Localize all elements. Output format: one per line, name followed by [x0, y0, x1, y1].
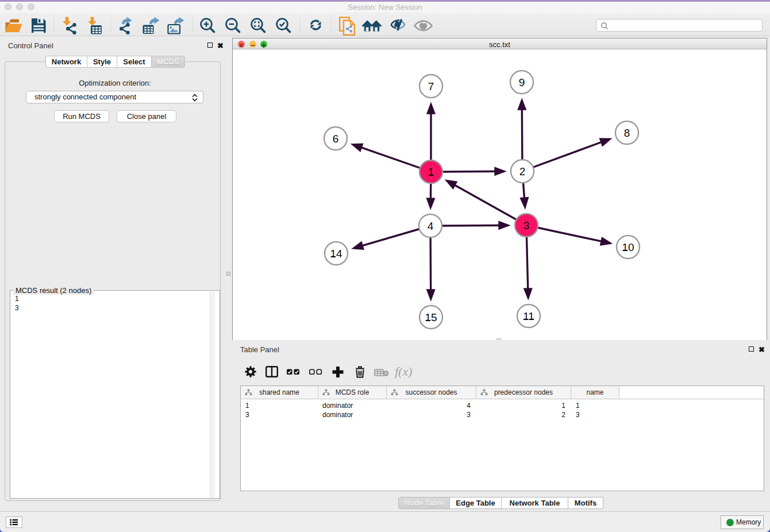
svg-text:3: 3	[523, 219, 530, 232]
svg-text:8: 8	[624, 127, 630, 139]
svg-text:6: 6	[333, 133, 339, 145]
svg-text:2: 2	[519, 165, 526, 178]
svg-text:9: 9	[519, 76, 525, 88]
svg-text:15: 15	[425, 311, 437, 323]
svg-text:10: 10	[622, 241, 634, 253]
svg-text:11: 11	[523, 310, 534, 322]
svg-text:14: 14	[330, 248, 342, 260]
svg-text:1: 1	[428, 166, 434, 178]
svg-text:4: 4	[428, 220, 434, 232]
svg-text:7: 7	[428, 80, 434, 92]
